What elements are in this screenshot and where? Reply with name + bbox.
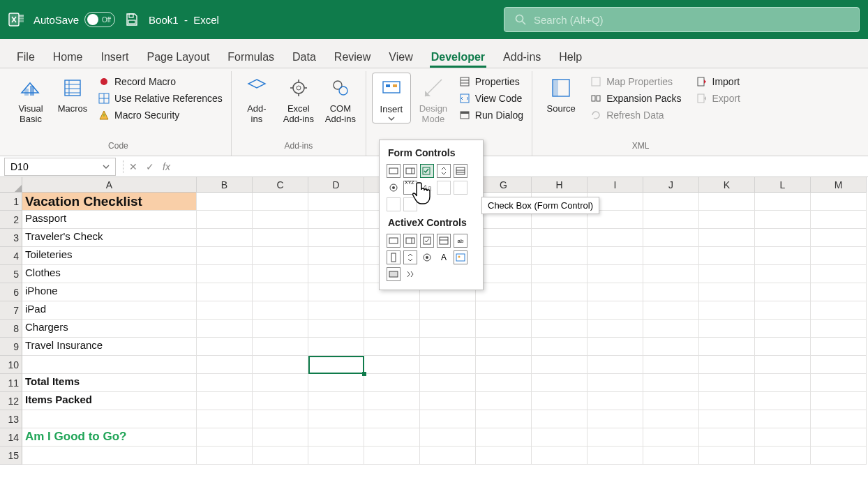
cell-J1[interactable] <box>643 193 699 211</box>
row-header-13[interactable]: 13 <box>0 410 22 428</box>
column-header-M[interactable]: M <box>811 177 867 193</box>
cell-A9[interactable]: Travel Insurance <box>22 338 197 356</box>
cell-G9[interactable] <box>476 338 532 356</box>
cell-A2[interactable]: Passport <box>22 211 197 229</box>
column-header-A[interactable]: A <box>22 177 197 193</box>
cell-C14[interactable] <box>253 428 308 447</box>
tab-formulas[interactable]: Formulas <box>226 45 276 68</box>
excel-addins-button[interactable]: Excel Add-ins <box>279 73 318 127</box>
cell-M7[interactable] <box>811 301 867 320</box>
cell-D6[interactable] <box>308 283 364 301</box>
cell-D7[interactable] <box>308 301 364 320</box>
cell-H15[interactable] <box>532 447 588 465</box>
cell-H14[interactable] <box>532 428 588 447</box>
cell-G15[interactable] <box>476 447 532 465</box>
cell-H4[interactable] <box>532 247 588 265</box>
cell-I6[interactable] <box>588 283 643 301</box>
cell-E14[interactable] <box>364 428 420 447</box>
cell-E10[interactable] <box>364 356 420 374</box>
option-button-control-icon[interactable] <box>387 181 401 195</box>
cell-M13[interactable] <box>811 410 867 428</box>
combo-list-control-icon[interactable] <box>387 197 401 211</box>
cell-B10[interactable] <box>197 356 253 374</box>
cell-B8[interactable] <box>197 320 253 338</box>
cell-J3[interactable] <box>643 229 699 247</box>
ax-option-button-icon[interactable] <box>420 250 434 264</box>
cell-G10[interactable] <box>476 356 532 374</box>
cell-L11[interactable] <box>755 374 811 392</box>
cell-J15[interactable] <box>643 447 699 465</box>
macros-button[interactable]: Macros <box>53 73 92 117</box>
ax-list-box-icon[interactable] <box>437 234 451 248</box>
cell-E12[interactable] <box>364 392 420 410</box>
cell-K11[interactable] <box>699 374 755 392</box>
record-macro-button[interactable]: Record Macro <box>95 74 225 89</box>
cell-C2[interactable] <box>253 211 308 229</box>
cell-M3[interactable] <box>811 229 867 247</box>
cell-D5[interactable] <box>308 265 364 283</box>
cell-L10[interactable] <box>755 356 811 374</box>
cell-I3[interactable] <box>588 229 643 247</box>
cell-D4[interactable] <box>308 247 364 265</box>
cell-J9[interactable] <box>643 338 699 356</box>
cell-H3[interactable] <box>532 229 588 247</box>
cell-L2[interactable] <box>755 211 811 229</box>
cell-F7[interactable] <box>420 301 476 320</box>
cell-H10[interactable] <box>532 356 588 374</box>
cell-K13[interactable] <box>699 410 755 428</box>
cell-C7[interactable] <box>253 301 308 320</box>
cell-K10[interactable] <box>699 356 755 374</box>
cell-F12[interactable] <box>420 392 476 410</box>
list-box-control-icon[interactable] <box>454 164 467 178</box>
cell-L4[interactable] <box>755 247 811 265</box>
column-header-I[interactable]: I <box>588 177 643 193</box>
fx-icon[interactable]: fx <box>160 161 173 172</box>
cell-L8[interactable] <box>755 320 811 338</box>
addins-button[interactable]: Add- ins <box>237 73 276 127</box>
cell-A15[interactable] <box>22 447 197 465</box>
cell-B4[interactable] <box>197 247 253 265</box>
spin-button-control-icon[interactable] <box>437 164 451 178</box>
cell-M8[interactable] <box>811 320 867 338</box>
insert-controls-button[interactable]: Insert <box>372 73 411 123</box>
refresh-data-button[interactable]: Refresh Data <box>587 107 684 123</box>
cell-B13[interactable] <box>197 410 253 428</box>
ax-spin-button-icon[interactable] <box>403 250 417 264</box>
cell-H13[interactable] <box>532 410 588 428</box>
cell-M12[interactable] <box>811 392 867 410</box>
cell-A5[interactable]: Clothes <box>22 265 197 283</box>
cell-K7[interactable] <box>699 301 755 320</box>
ax-combo-box-icon[interactable] <box>403 234 417 248</box>
cell-I15[interactable] <box>588 447 643 465</box>
tab-add-ins[interactable]: Add-ins <box>502 45 542 68</box>
cell-F10[interactable] <box>420 356 476 374</box>
cell-C1[interactable] <box>253 193 308 211</box>
cell-E9[interactable] <box>364 338 420 356</box>
cell-D15[interactable] <box>308 447 364 465</box>
cell-D2[interactable] <box>308 211 364 229</box>
cell-M2[interactable] <box>811 211 867 229</box>
cell-J6[interactable] <box>643 283 699 301</box>
cell-I7[interactable] <box>588 301 643 320</box>
cell-G13[interactable] <box>476 410 532 428</box>
cell-K4[interactable] <box>699 247 755 265</box>
cell-L15[interactable] <box>755 447 811 465</box>
cell-M15[interactable] <box>811 447 867 465</box>
cell-L1[interactable] <box>755 193 811 211</box>
column-header-D[interactable]: D <box>308 177 364 193</box>
cell-K3[interactable] <box>699 229 755 247</box>
tab-developer[interactable]: Developer <box>430 45 486 68</box>
ax-toggle-button-icon[interactable] <box>387 267 401 281</box>
cell-B11[interactable] <box>197 374 253 392</box>
cell-B9[interactable] <box>197 338 253 356</box>
tab-help[interactable]: Help <box>558 45 583 68</box>
cell-D13[interactable] <box>308 410 364 428</box>
cell-C9[interactable] <box>253 338 308 356</box>
cell-M6[interactable] <box>811 283 867 301</box>
row-header-2[interactable]: 2 <box>0 211 22 229</box>
cell-K14[interactable] <box>699 428 755 447</box>
cell-E11[interactable] <box>364 374 420 392</box>
cell-D9[interactable] <box>308 338 364 356</box>
cell-B7[interactable] <box>197 301 253 320</box>
cell-G3[interactable] <box>476 229 532 247</box>
